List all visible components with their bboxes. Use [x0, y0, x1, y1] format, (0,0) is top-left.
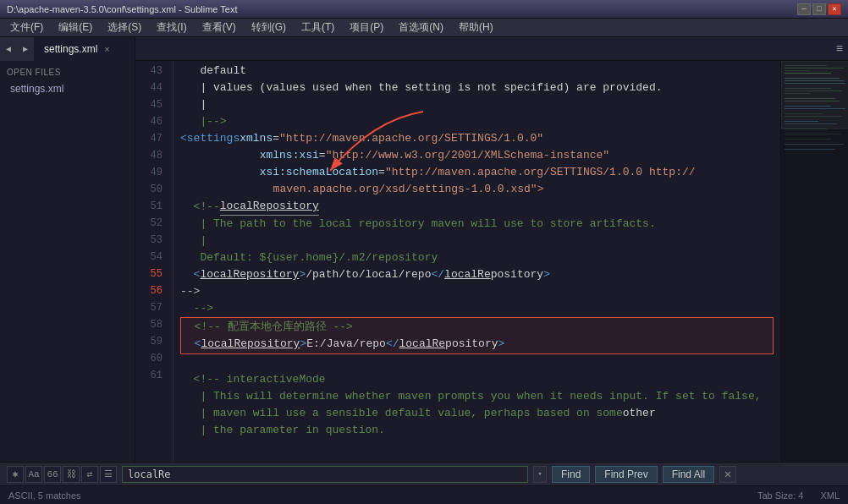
code-line-61: | the parameter in question. — [180, 422, 774, 439]
find-close-button[interactable]: ✕ — [719, 466, 736, 483]
tab-menu-button[interactable]: ≡ — [831, 37, 848, 61]
find-icon-group: ✱ Aa 66 ⛓ ⇄ ☰ — [7, 466, 117, 483]
code-line-50: <!-- localRepository — [180, 198, 774, 216]
code-container: 43 44 45 46 47 48 49 50 51 52 53 54 55 5… — [135, 61, 848, 462]
status-syntax: XML — [820, 490, 840, 501]
tab-nav-right[interactable]: ▶ — [17, 37, 34, 61]
title-bar: D:\apache-maven-3.5.0\conf\settings.xml … — [0, 0, 848, 19]
sidebar-file-settings[interactable]: settings.xml — [0, 80, 135, 97]
svg-rect-17 — [785, 116, 842, 117]
tab-close-button[interactable]: × — [104, 44, 109, 54]
svg-rect-19 — [785, 123, 837, 124]
code-line-46: |--> — [180, 113, 774, 130]
svg-rect-24 — [785, 149, 835, 150]
main-layout: OPEN FILES settings.xml 43 44 45 46 47 4… — [0, 61, 848, 462]
menu-preferences[interactable]: 首选项(N) — [392, 19, 450, 36]
tab-label: settings.xml — [44, 43, 97, 55]
menu-find[interactable]: 查找(I) — [150, 19, 193, 36]
find-case-button[interactable]: Aa — [25, 466, 42, 483]
find-link-button[interactable]: ⛓ — [63, 466, 80, 483]
find-star-button[interactable]: ✱ — [7, 466, 24, 483]
menu-tools[interactable]: 工具(T) — [295, 19, 341, 36]
tab-nav-left[interactable]: ◀ — [0, 37, 17, 61]
find-dropdown-button[interactable]: ▾ — [533, 466, 547, 483]
code-line-45: | — [180, 96, 774, 113]
code-line-55x: --> — [180, 300, 774, 317]
code-line-51: | The path to the local repository maven… — [180, 216, 774, 233]
minimap — [780, 61, 848, 462]
menu-project[interactable]: 项目(P) — [343, 19, 390, 36]
menu-edit[interactable]: 编辑(E) — [52, 19, 99, 36]
code-line-59: | This will determine whether maven prom… — [180, 388, 774, 405]
line-numbers: 43 44 45 46 47 48 49 50 51 52 53 54 55 5… — [135, 61, 173, 462]
code-line-49b: maven.apache.org/xsd/settings-1.0.0.xsd"… — [180, 181, 774, 198]
find-prev-button[interactable]: Find Prev — [595, 466, 657, 483]
code-line-47: <settings xmlns = "http://maven.apache.o… — [180, 130, 774, 147]
svg-rect-23 — [785, 144, 844, 145]
code-area: 43 44 45 46 47 48 49 50 51 52 53 54 55 5… — [135, 61, 848, 462]
code-line-52: | — [180, 233, 774, 249]
minimize-button[interactable]: ─ — [797, 3, 811, 15]
code-line-49: xsi:schemaLocation = "http://maven.apach… — [180, 164, 774, 181]
code-line-54: < localRepository > /path/to/local/repo … — [180, 266, 774, 283]
tab-bar: ◀ ▶ settings.xml × ≡ — [0, 37, 848, 61]
code-line-53: Default: ${user.home}/.m2/repository — [180, 249, 774, 266]
title-bar-controls: ─ □ ✕ — [797, 3, 841, 15]
maximize-button[interactable]: □ — [812, 3, 826, 15]
tab-settings-xml[interactable]: settings.xml × — [34, 37, 135, 61]
code-line-58: <!-- interactiveMode — [180, 371, 774, 388]
find-bar: ✱ Aa 66 ⛓ ⇄ ☰ ▾ Find Find Prev Find All … — [0, 462, 848, 485]
sidebar-section-open-files: OPEN FILES — [0, 64, 135, 80]
code-content[interactable]: default | values (values used when the s… — [173, 61, 780, 462]
svg-rect-15 — [781, 61, 848, 129]
svg-rect-22 — [785, 139, 831, 140]
svg-rect-16 — [785, 113, 823, 114]
status-tab-size: Tab Size: 4 — [757, 490, 803, 501]
code-line-55: <!-- 配置本地仓库的路径 --> — [181, 319, 773, 336]
code-line-60: | maven will use a sensible default valu… — [180, 405, 774, 422]
svg-rect-20 — [785, 129, 827, 129]
code-line-48: xmlns:xsi = "http://www.w3.org/2001/XMLS… — [180, 147, 774, 164]
code-line-43: default — [180, 63, 774, 79]
menu-select[interactable]: 选择(S) — [101, 19, 148, 36]
find-input[interactable] — [122, 466, 528, 483]
menu-view[interactable]: 查看(V) — [195, 19, 243, 36]
find-all-button[interactable]: Find All — [663, 466, 714, 483]
menu-file[interactable]: 文件(F) — [3, 19, 50, 36]
close-button[interactable]: ✕ — [828, 3, 841, 15]
highlighted-lines-55-56: <!-- 配置本地仓库的路径 --> < localRepository > E… — [180, 317, 774, 354]
find-multiline-button[interactable]: ☰ — [100, 466, 117, 483]
status-bar: ASCII, 5 matches Tab Size: 4 XML — [0, 485, 848, 504]
svg-rect-18 — [785, 121, 818, 122]
find-word-button[interactable]: 66 — [44, 466, 61, 483]
find-button[interactable]: Find — [552, 466, 590, 483]
menu-goto[interactable]: 转到(G) — [245, 19, 293, 36]
code-line-56: < localRepository > E:/Java/repo </ loca… — [181, 336, 773, 353]
code-line-44: | values (values used when the setting i… — [180, 79, 774, 96]
minimap-content — [781, 61, 848, 462]
sidebar: OPEN FILES settings.xml — [0, 61, 135, 462]
svg-rect-21 — [785, 134, 840, 134]
code-line-57 — [180, 354, 774, 371]
find-replace-button[interactable]: ⇄ — [81, 466, 98, 483]
menu-bar: 文件(F) 编辑(E) 选择(S) 查找(I) 查看(V) 转到(G) 工具(T… — [0, 19, 848, 37]
status-encoding: ASCII, 5 matches — [8, 490, 81, 501]
title-bar-text: D:\apache-maven-3.5.0\conf\settings.xml … — [7, 4, 237, 14]
menu-help[interactable]: 帮助(H) — [452, 19, 500, 36]
status-right: Tab Size: 4 XML — [757, 490, 840, 501]
